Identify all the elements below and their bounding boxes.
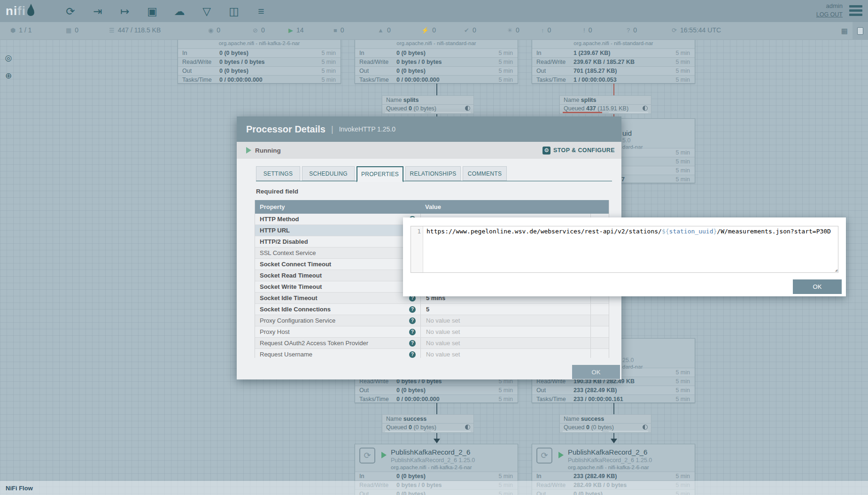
breadcrumb-bar: NiFi Flow: [0, 481, 868, 495]
expression-variable: station_uuid: [669, 228, 713, 235]
locally-modified-stale-versions-icon: !: [583, 27, 585, 34]
processor-icon[interactable]: ⟳: [62, 3, 78, 19]
processor-stat-row: Out0 (0 bytes)5 min: [355, 66, 518, 75]
notes-panel[interactable]: [852, 22, 868, 40]
status-sync-failure-versions: ?0: [627, 26, 637, 34]
logo-text: ni: [6, 4, 17, 18]
cluster-nodes-icon: ⬢: [10, 27, 16, 34]
breadcrumb[interactable]: NiFi Flow: [6, 485, 33, 492]
processor-stat-row: Tasks/Time0 / 00:00:00.0005 min: [355, 75, 518, 84]
processor-title: PublishKafkaRecord_2_6: [391, 448, 470, 456]
processor-stat-row: Read/Write0 bytes / 0 bytes5 min: [178, 57, 341, 66]
connection-label[interactable]: Name splitsQueued 437 (115.91 KB): [559, 95, 651, 114]
processor-bundle: org.apache.nifi - nifi-kafka-2-6-nar: [178, 40, 341, 48]
nifi-application: org.apache.nifi - nifi-kafka-2-6-narIn0 …: [0, 0, 868, 495]
current-user-label: admin: [816, 2, 843, 10]
resize-handle-icon[interactable]: ◢: [835, 268, 837, 272]
url-value-input[interactable]: https://www.pegelonline.wsv.de/webservic…: [423, 226, 838, 272]
processor-stat-row: Read/Write0 bytes / 0 bytes5 min: [355, 57, 518, 66]
connection-label[interactable]: Name splitsQueued 0 (0 bytes): [382, 95, 474, 114]
transmitting-remote-groups-icon: ◉: [208, 27, 213, 34]
percent-full-icon: [643, 425, 648, 430]
processor-title: uid: [622, 129, 632, 137]
processor-stat-row: In1 (239.67 KB)5 min: [532, 48, 695, 57]
size-threshold-bar: [431, 431, 471, 432]
connection-label[interactable]: Name successQueued 0 (0 bytes): [382, 414, 474, 433]
logout-link[interactable]: LOG OUT: [816, 10, 843, 19]
funnel-icon[interactable]: ▽: [199, 3, 215, 19]
status-active-threads: ▦0: [66, 26, 78, 34]
navigate-palette-toggle[interactable]: ◎: [3, 53, 14, 64]
remote-process-group-icon[interactable]: ☁: [171, 3, 187, 19]
size-threshold-bar: [431, 112, 471, 113]
connection-name: Name success: [382, 415, 473, 424]
processor-stat-row: Tasks/Time1 / 00:00:00.0535 min: [532, 75, 695, 84]
status-cluster-nodes: ⬢1 / 1: [10, 26, 32, 34]
canvas-side-controls: ◎⊕: [3, 53, 14, 82]
percent-full-icon: [465, 425, 470, 430]
connection-name: Name success: [560, 415, 651, 424]
processor-bundle: org.apache.nifi - nifi-standard-nar: [532, 40, 695, 48]
processor-stat-row: In0 (0 bytes)5 min: [178, 48, 341, 57]
sync-failure-versions-icon: ?: [627, 27, 630, 34]
value-editor: 1 https://www.pegelonline.wsv.de/webserv…: [411, 226, 838, 273]
processor-stat-row: Out0 (0 bytes)5 min: [178, 66, 341, 75]
running-components-icon: ▶: [288, 27, 293, 34]
active-threads-icon: ▦: [66, 27, 71, 34]
status-stopped-components: ■0: [333, 26, 344, 34]
object-threshold-bar: [385, 112, 425, 113]
grid-toggle-icon[interactable]: ▦: [841, 27, 848, 35]
disabled-components-icon: ⚡: [421, 27, 429, 34]
processor-bundle: org.apache.nifi - nifi-standard-nar: [355, 40, 518, 48]
connection-arrow-icon: [611, 439, 617, 443]
operate-palette-toggle[interactable]: ⊕: [3, 70, 14, 82]
refresh-icon[interactable]: ⟳: [672, 27, 677, 34]
processor-version: PublishKafkaRecord_2_6 1.25.0: [391, 457, 475, 464]
template-icon[interactable]: ◫: [226, 3, 242, 19]
processor-stat-row: Read/Write239.67 KB / 185.27 KB5 min: [532, 57, 695, 66]
stopped-components-icon: ■: [333, 27, 337, 34]
process-group-icon[interactable]: ▣: [144, 3, 160, 19]
popup-ok-button[interactable]: OK: [793, 279, 842, 294]
processor-stat-row: Out233 (282.49 KB)5 min: [532, 386, 695, 394]
input-port-icon[interactable]: ⇥: [90, 3, 106, 19]
url-prefix: https://www.pegelonline.wsv.de/webservic…: [426, 228, 662, 235]
connection-label[interactable]: Name successQueued 0 (0 bytes): [559, 414, 651, 433]
line-number-gutter: 1: [411, 226, 423, 272]
last-refresh[interactable]: ⟳16:55:44 UTC: [672, 26, 721, 34]
global-menu-icon[interactable]: [849, 5, 862, 16]
processor-stat-row: Tasks/Time0 / 00:00:00.0005 min: [178, 75, 341, 84]
object-threshold-bar: [563, 112, 602, 113]
processor-version: PublishKafkaRecord_2_6 1.25.0: [568, 457, 652, 464]
processor-stat-row: Out0 (0 bytes)5 min: [355, 386, 518, 394]
component-toolbar: ⟳⇥↦▣☁▽◫≡: [62, 3, 269, 19]
label-icon[interactable]: ≡: [253, 3, 269, 19]
connection-name: Name splits: [382, 96, 473, 105]
running-icon: [381, 452, 387, 458]
app-header: nifi ⟳⇥↦▣☁▽◫≡ admin LOG OUT: [0, 0, 868, 22]
status-not-transmitting-remote-groups: ⊘0: [253, 26, 265, 34]
output-port-icon[interactable]: ↦: [117, 3, 133, 19]
processor-stat-row: Out701 (185.27 KB)5 min: [532, 66, 695, 75]
connection-name: Name splits: [560, 96, 651, 105]
size-threshold-bar: [609, 112, 648, 113]
processor-bundle: org.apache.nifi - nifi-kafka-2-6-nar: [391, 464, 472, 470]
processor-version: 5.0: [622, 137, 630, 144]
invalid-components-icon: ▲: [378, 27, 384, 34]
processor-bundle: org.apache.nifi - nifi-kafka-2-6-nar: [568, 464, 649, 470]
size-threshold-bar: [609, 431, 648, 432]
queued-data-icon: ☰: [109, 27, 115, 34]
expression-open: ${: [662, 228, 669, 235]
processor-stat-row: In0 (0 bytes)5 min: [355, 472, 518, 480]
processor-stat-row: In0 (0 bytes)5 min: [355, 48, 518, 57]
status-invalid-components: ▲0: [378, 26, 391, 34]
status-locally-modified-versions: ✳0: [507, 26, 519, 34]
object-threshold-bar: [385, 431, 425, 432]
not-transmitting-remote-groups-icon: ⊘: [253, 27, 258, 34]
status-queued-data: ☰447 / 118.5 KB: [109, 26, 161, 34]
status-running-components: ▶14: [288, 26, 304, 34]
nifi-logo: nifi: [6, 4, 34, 18]
running-icon: [558, 452, 564, 458]
nifi-droplet-icon: [27, 7, 34, 16]
status-transmitting-remote-groups: ◉0: [208, 26, 220, 34]
